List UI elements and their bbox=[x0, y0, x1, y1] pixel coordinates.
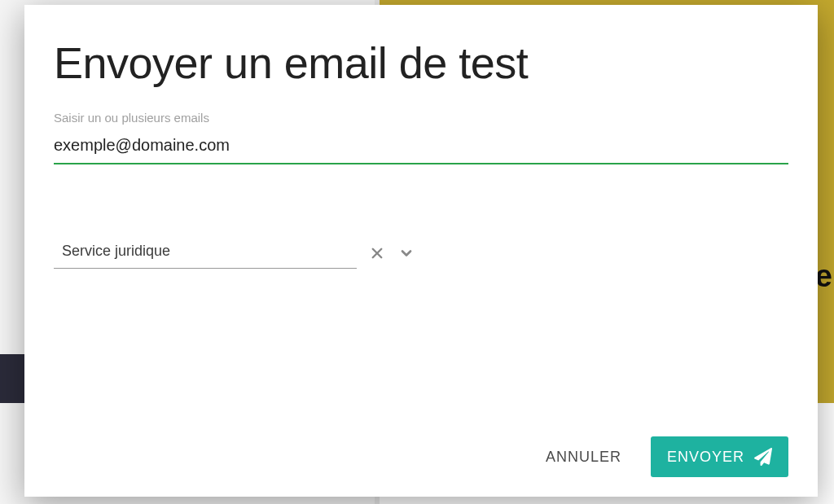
page-backdrop: e Envoyer un email de test Saisir un ou … bbox=[0, 0, 834, 504]
bg-dark-strip bbox=[0, 354, 24, 403]
send-button-label: ENVOYER bbox=[667, 449, 744, 466]
email-field-label: Saisir un ou plusieurs emails bbox=[54, 111, 788, 125]
bg-letter-e: e bbox=[815, 259, 832, 294]
recipient-select-row: Service juridique bbox=[54, 238, 788, 269]
recipient-select[interactable]: Service juridique bbox=[54, 238, 357, 269]
recipient-select-value: Service juridique bbox=[62, 243, 170, 259]
modal-footer: ANNULER ENVOYER bbox=[54, 427, 788, 477]
chevron-down-icon[interactable] bbox=[397, 244, 415, 262]
send-button[interactable]: ENVOYER bbox=[651, 436, 788, 477]
cancel-button[interactable]: ANNULER bbox=[539, 439, 628, 476]
test-email-modal: Envoyer un email de test Saisir un ou pl… bbox=[24, 5, 818, 497]
paper-plane-icon bbox=[754, 448, 772, 466]
email-input[interactable] bbox=[54, 131, 788, 164]
modal-spacer bbox=[54, 269, 788, 427]
clear-icon[interactable] bbox=[368, 244, 386, 262]
modal-title: Envoyer un email de test bbox=[54, 37, 788, 88]
